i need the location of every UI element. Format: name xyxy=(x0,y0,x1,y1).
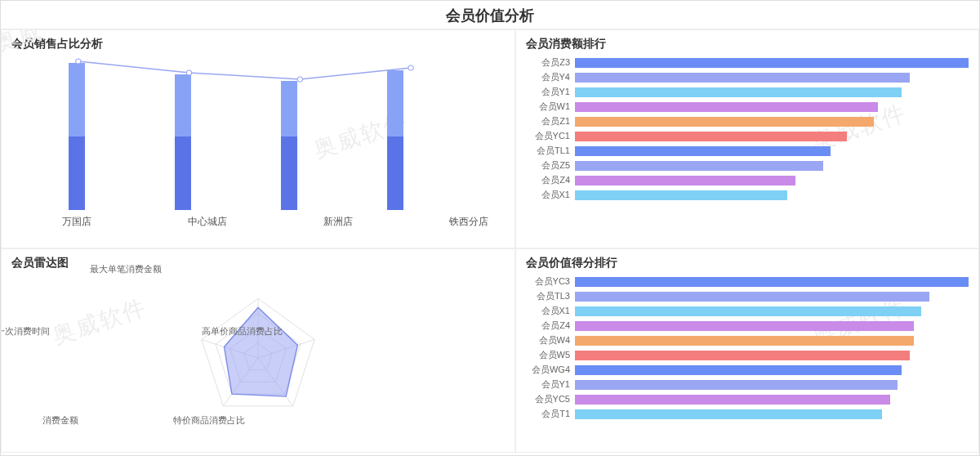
hbar-track xyxy=(575,73,969,83)
radar-axis-label: 特价商品消费占比 xyxy=(173,414,245,427)
sales-ratio-chart[interactable]: 万国店中心城店新洲店铁西分店 xyxy=(44,55,505,235)
hbar-track xyxy=(575,190,969,200)
hbar-row[interactable]: 会员Z4 xyxy=(526,174,969,186)
hbar-fill xyxy=(575,161,823,171)
dashboard: 会员价值分析 奥威软件 奥威 会员销售占比分析 万国店中心城店新洲店铁西分店 奥… xyxy=(0,0,980,456)
hbar-label: 会员YC1 xyxy=(526,130,575,142)
hbar-fill xyxy=(575,73,910,83)
hbar-fill xyxy=(575,351,910,360)
panel-grid: 奥威软件 奥威 会员销售占比分析 万国店中心城店新洲店铁西分店 奥威软件 会员消… xyxy=(1,29,979,455)
hbar-fill xyxy=(575,117,874,127)
hbar-track xyxy=(575,409,969,419)
hbar-label: 会员W5 xyxy=(526,349,575,361)
radar-chart[interactable]: 最大单笔消费金额高单价商品消费占比特价商品消费占比消费金额最近一次消费时间 xyxy=(11,274,505,441)
hbar-fill xyxy=(575,132,847,141)
bar-column[interactable] xyxy=(281,81,297,210)
bar-segment-upper xyxy=(175,74,191,136)
hbar-label: 会员Z4 xyxy=(526,320,575,332)
bar-segment-lower xyxy=(175,136,191,210)
hbar-label: 会员X1 xyxy=(526,189,575,201)
radar-axis-label: 消费金额 xyxy=(42,414,78,427)
hbar-fill xyxy=(575,292,929,302)
hbar-row[interactable]: 会员Z3 xyxy=(526,56,969,69)
hbar-track xyxy=(575,102,969,112)
hbar-label: 会员TL3 xyxy=(526,290,575,302)
bar-segment-upper xyxy=(281,81,297,136)
hbar-track xyxy=(575,132,969,141)
hbar-track xyxy=(575,161,969,171)
hbar-row[interactable]: 会员X1 xyxy=(526,305,969,317)
hbar-track xyxy=(575,117,969,127)
hbar-track xyxy=(575,380,969,390)
hbar-row[interactable]: 会员Y1 xyxy=(526,86,969,98)
panel-spend-rank: 奥威软件 会员消费额排行 会员Z3会员Y4会员Y1会员W1会员Z1会员YC1会员… xyxy=(515,29,979,248)
hbar-row[interactable]: 会员W4 xyxy=(526,334,969,346)
bar-column[interactable] xyxy=(175,74,191,210)
hbar-fill xyxy=(575,306,921,316)
hbar-track xyxy=(575,146,969,156)
hbar-row[interactable]: 会员T1 xyxy=(526,408,969,420)
hbar-label: 会员WG4 xyxy=(526,364,575,376)
hbar-row[interactable]: 会员TL1 xyxy=(526,145,969,157)
hbar-fill xyxy=(575,87,902,97)
panel-radar: 奥威软件 会员雷达图 最大单笔消费金额高单价商品消费占比特价商品消费占比消费金额… xyxy=(1,248,515,453)
bar-column[interactable] xyxy=(69,63,85,210)
hbar-row[interactable]: 会员Y1 xyxy=(526,378,969,391)
radar-axis-label: 最大单笔消费金额 xyxy=(90,263,162,275)
hbar-label: 会员Z1 xyxy=(526,115,575,127)
page-title: 会员价值分析 xyxy=(1,1,979,29)
value-rank-chart[interactable]: 会员YC3会员TL3会员X1会员Z4会员W4会员W5会员WG4会员Y1会员YC5… xyxy=(526,275,969,420)
bar-segment-lower xyxy=(387,136,403,210)
bar-segment-upper xyxy=(69,63,85,136)
hbar-fill xyxy=(575,336,914,346)
hbar-fill xyxy=(575,102,878,112)
hbar-row[interactable]: 会员WG4 xyxy=(526,364,969,376)
hbar-fill xyxy=(575,146,831,156)
hbar-row[interactable]: 会员X1 xyxy=(526,189,969,201)
hbar-track xyxy=(575,292,969,302)
hbar-label: 会员W4 xyxy=(526,334,575,346)
hbar-label: 会员Z3 xyxy=(526,56,575,69)
hbar-track xyxy=(575,176,969,186)
hbar-track xyxy=(575,395,969,405)
hbar-fill xyxy=(575,365,902,375)
spend-rank-chart[interactable]: 会员Z3会员Y4会员Y1会员W1会员Z1会员YC1会员TL1会员Z5会员Z4会员… xyxy=(526,56,969,201)
hbar-row[interactable]: 会员Y4 xyxy=(526,71,969,83)
hbar-label: 会员Y1 xyxy=(526,86,575,98)
hbar-fill xyxy=(575,380,898,390)
hbar-label: 会员W1 xyxy=(526,101,575,113)
bar-label: 铁西分店 xyxy=(448,215,489,229)
panel-title-value: 会员价值得分排行 xyxy=(526,256,969,270)
hbar-row[interactable]: 会员Z4 xyxy=(526,320,969,332)
radar-axis-label: 最近一次消费时间 xyxy=(1,324,50,337)
panel-value-rank: 奥威软件 会员价值得分排行 会员YC3会员TL3会员X1会员Z4会员W4会员W5… xyxy=(515,248,979,453)
hbar-row[interactable]: 会员TL3 xyxy=(526,290,969,302)
hbar-label: 会员TL1 xyxy=(526,145,575,157)
hbar-track xyxy=(575,351,969,360)
hbar-row[interactable]: 会员W1 xyxy=(526,101,969,113)
hbar-label: 会员T1 xyxy=(526,408,575,420)
hbar-fill xyxy=(575,321,914,331)
hbar-row[interactable]: 会员Z1 xyxy=(526,115,969,127)
hbar-row[interactable]: 会员YC5 xyxy=(526,393,969,405)
hbar-label: 会员Z4 xyxy=(526,174,575,186)
bar-column[interactable] xyxy=(387,70,403,210)
hbar-label: 会员Y4 xyxy=(526,71,575,83)
hbar-row[interactable]: 会员YC1 xyxy=(526,130,969,142)
radar-axis-label: 高单价商品消费占比 xyxy=(202,324,283,337)
hbar-track xyxy=(575,277,969,287)
panel-title-spend: 会员消费额排行 xyxy=(526,37,969,51)
hbar-fill xyxy=(575,190,787,200)
bar-label: 万国店 xyxy=(56,215,97,229)
hbar-track xyxy=(575,58,969,68)
hbar-fill xyxy=(575,176,795,186)
hbar-fill xyxy=(575,409,882,419)
hbar-label: 会员Z5 xyxy=(526,159,575,172)
hbar-row[interactable]: 会员Z5 xyxy=(526,159,969,172)
hbar-fill xyxy=(575,58,969,68)
hbar-label: 会员X1 xyxy=(526,305,575,317)
bar-label: 中心城店 xyxy=(187,215,228,229)
hbar-row[interactable]: 会员YC3 xyxy=(526,275,969,288)
hbar-row[interactable]: 会员W5 xyxy=(526,349,969,361)
panel-title-radar: 会员雷达图 xyxy=(11,256,505,270)
